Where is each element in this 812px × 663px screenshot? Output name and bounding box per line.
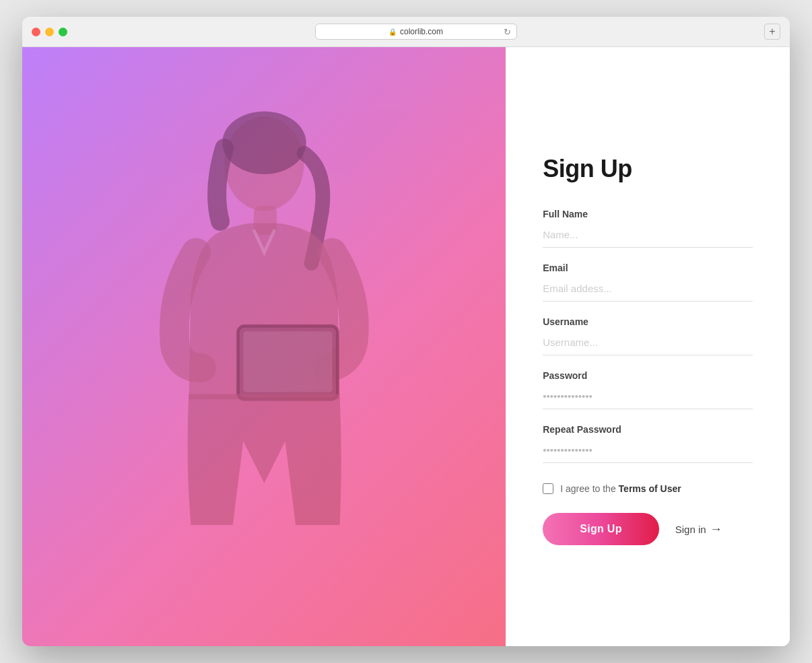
password-group: Password xyxy=(543,370,753,409)
full-name-label: Full Name xyxy=(543,209,753,219)
action-row: Sign Up Sign in → xyxy=(543,513,753,545)
email-group: Email xyxy=(543,263,753,302)
username-group: Username xyxy=(543,316,753,355)
repeat-password-group: Repeat Password xyxy=(543,424,753,463)
signin-arrow-icon: → xyxy=(710,522,722,536)
address-bar: 🔒 colorlib.com ↻ xyxy=(315,24,517,40)
close-button[interactable] xyxy=(32,28,40,36)
signin-text: Sign in xyxy=(675,524,706,535)
new-tab-button[interactable]: + xyxy=(764,24,780,40)
full-name-input[interactable] xyxy=(543,225,753,248)
signup-button[interactable]: Sign Up xyxy=(543,513,659,545)
browser-toolbar: 🔒 colorlib.com ↻ + xyxy=(22,17,790,47)
signin-link[interactable]: Sign in → xyxy=(675,522,722,536)
username-input[interactable] xyxy=(543,333,753,355)
lock-icon: 🔒 xyxy=(388,28,397,36)
repeat-password-label: Repeat Password xyxy=(543,424,753,435)
email-label: Email xyxy=(543,263,753,273)
password-label: Password xyxy=(543,370,753,381)
terms-link[interactable]: Terms of User xyxy=(619,483,681,494)
full-name-group: Full Name xyxy=(543,209,753,248)
app-content: Sign Up Full Name Email Username Passwor… xyxy=(22,47,790,646)
person-figure xyxy=(22,47,506,646)
maximize-button[interactable] xyxy=(59,28,67,36)
left-panel xyxy=(22,47,506,646)
terms-checkbox[interactable] xyxy=(543,483,553,494)
username-label: Username xyxy=(543,316,753,327)
email-input[interactable] xyxy=(543,279,753,302)
traffic-lights xyxy=(32,28,67,36)
svg-rect-4 xyxy=(243,331,332,392)
refresh-button[interactable]: ↻ xyxy=(504,27,511,37)
address-bar-wrap: 🔒 colorlib.com ↻ xyxy=(74,24,757,40)
password-input[interactable] xyxy=(543,386,753,409)
form-title: Sign Up xyxy=(543,155,753,183)
right-panel: Sign Up Full Name Email Username Passwor… xyxy=(506,47,790,646)
url-text: colorlib.com xyxy=(400,27,443,36)
terms-row: I agree to the Terms of User xyxy=(543,483,753,494)
repeat-password-input[interactable] xyxy=(543,440,753,463)
browser-window: 🔒 colorlib.com ↻ + xyxy=(22,17,790,646)
minimize-button[interactable] xyxy=(45,28,54,36)
terms-text: I agree to the Terms of User xyxy=(560,483,681,494)
svg-point-1 xyxy=(222,111,306,174)
